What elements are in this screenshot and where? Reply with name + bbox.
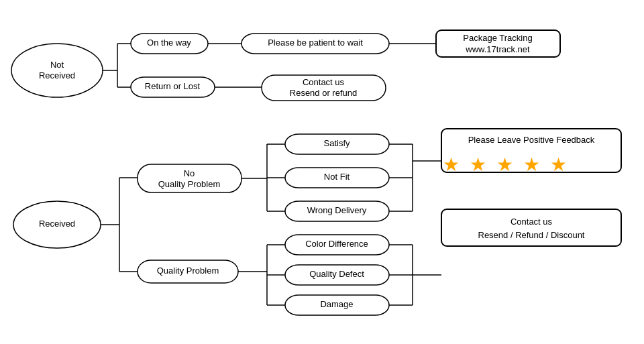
received-label: Received [39, 219, 75, 229]
quality-defect-label: Quality Defect [309, 269, 364, 279]
damage-label: Damage [320, 299, 353, 309]
no-quality-label-2: Quality Problem [158, 179, 220, 189]
diagram-svg: Not Received On the way Return or Lost P… [0, 0, 644, 344]
not-fit-label: Not Fit [324, 172, 350, 182]
package-tracking-label-2: www.17track.net [465, 44, 530, 54]
not-received-label-2: Received [39, 70, 75, 80]
positive-feedback-label: Please Leave Positive Feedback [468, 135, 595, 145]
contact-refund-discount-label-1: Contact us [511, 217, 553, 227]
satisfy-label: Satisfy [323, 138, 350, 148]
star-1: ★ [443, 154, 460, 175]
color-diff-label: Color Difference [305, 239, 368, 249]
star-2: ★ [470, 154, 486, 175]
contact-resend-refund-label-1: Contact us [303, 77, 345, 87]
contact-refund-discount-node [441, 209, 621, 246]
star-4: ★ [523, 154, 540, 175]
star-5: ★ [550, 154, 567, 175]
wrong-delivery-label: Wrong Delivery [307, 205, 367, 215]
on-the-way-label: On the way [147, 38, 191, 48]
return-lost-label: Return or Lost [145, 81, 201, 91]
star-3: ★ [496, 154, 513, 175]
contact-resend-refund-label-2: Resend or refund [290, 88, 357, 98]
no-quality-label-1: No [184, 168, 195, 178]
package-tracking-label-1: Package Tracking [463, 33, 532, 43]
contact-refund-discount-label-2: Resend / Refund / Discount [478, 230, 585, 240]
quality-problem-label: Quality Problem [157, 266, 219, 276]
patient-label: Please be patient to wait [268, 38, 363, 48]
not-received-label-1: Not [50, 60, 64, 70]
